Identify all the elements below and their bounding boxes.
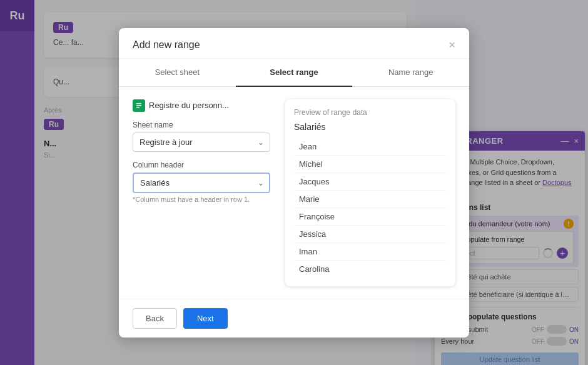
- preview-item-0: Jean: [294, 138, 447, 156]
- svg-rect-3: [136, 107, 139, 108]
- modal-footer: Back Next: [119, 299, 469, 338]
- sheet-name-select-wrapper: Registre à jour: [133, 132, 270, 152]
- preview-item-5: Jessica: [294, 226, 447, 243]
- modal-title: Add new range: [133, 39, 200, 51]
- preview-column-name: Salariés: [294, 122, 447, 132]
- next-button[interactable]: Next: [183, 308, 228, 329]
- preview-card: Preview of range data Salariés Jean Mich…: [285, 99, 455, 286]
- preview-title: Preview of range data: [294, 108, 447, 117]
- sheet-icon-row: Registre du personn...: [133, 99, 270, 112]
- tab-select-sheet[interactable]: Select sheet: [119, 59, 236, 87]
- modal-header: Add new range ×: [119, 28, 469, 59]
- back-button[interactable]: Back: [133, 308, 177, 329]
- modal-dialog: Add new range × Select sheet Select rang…: [119, 28, 469, 338]
- google-sheets-icon: [134, 101, 143, 110]
- modal-close-button[interactable]: ×: [449, 39, 455, 51]
- column-header-select[interactable]: Salariés: [133, 172, 270, 193]
- column-header-label: Column header: [133, 161, 270, 169]
- column-hint: *Column must have a header in row 1.: [133, 196, 270, 203]
- modal-body: Registre du personn... Sheet name Regist…: [119, 87, 469, 299]
- preview-item-7: Carolina: [294, 261, 447, 278]
- tab-select-range[interactable]: Select range: [236, 59, 353, 87]
- preview-item-4: Françoise: [294, 208, 447, 226]
- sheet-display-name: Registre du personn...: [149, 101, 229, 110]
- column-header-select-wrapper: Salariés: [133, 172, 270, 193]
- preview-item-3: Marie: [294, 191, 447, 208]
- tabs-container: Select sheet Select range Name range: [119, 59, 469, 87]
- modal-right: Preview of range data Salariés Jean Mich…: [285, 99, 455, 286]
- modal-left: Registre du personn... Sheet name Regist…: [133, 99, 270, 286]
- svg-rect-2: [136, 105, 141, 106]
- modal-overlay: Add new range × Select sheet Select rang…: [0, 0, 588, 365]
- tab-name-range[interactable]: Name range: [352, 59, 469, 87]
- sheet-name-label: Sheet name: [133, 121, 270, 129]
- preview-list: Jean Michel Jacques Marie Françoise Jess…: [294, 138, 447, 278]
- svg-rect-1: [136, 103, 141, 104]
- sheet-name-select[interactable]: Registre à jour: [133, 132, 270, 152]
- sheet-icon: [133, 99, 145, 112]
- preview-item-1: Michel: [294, 156, 447, 173]
- preview-item-6: Iman: [294, 243, 447, 261]
- preview-item-2: Jacques: [294, 173, 447, 191]
